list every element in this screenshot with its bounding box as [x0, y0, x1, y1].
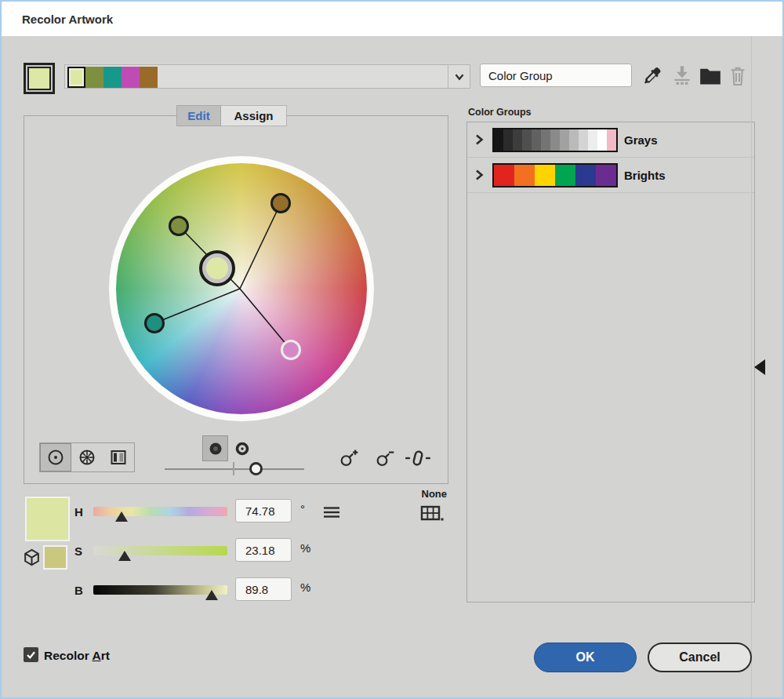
eyedropper-icon [641, 65, 662, 86]
wheel-brightness-slider-tick [233, 462, 234, 475]
save-color-group-button[interactable] [670, 64, 695, 86]
smooth-wheel-icon [46, 448, 65, 467]
color-wheel-desaturation-overlay [116, 163, 367, 414]
harmony-dropdown-button[interactable] [448, 65, 470, 88]
limit-colors-to-swatch-library-button[interactable] [419, 504, 445, 524]
color-groups-list: Grays Brights [466, 122, 755, 603]
color-bars-button[interactable] [103, 443, 134, 471]
check-icon [25, 649, 37, 661]
current-color-large-swatch [25, 497, 70, 541]
active-color-strip [65, 65, 158, 88]
edit-assign-tabs: Edit Assign [176, 105, 287, 126]
harmony-colors-dropdown[interactable] [64, 64, 470, 89]
remove-color-icon [374, 446, 396, 468]
dialog-titlebar[interactable]: Recolor Artwork [2, 2, 782, 36]
hue-label: H [74, 505, 83, 519]
color-swatch [569, 129, 579, 151]
add-color-tool-button[interactable] [337, 446, 361, 469]
saturation-slider-track[interactable] [93, 546, 227, 555]
ok-button[interactable]: OK [534, 643, 637, 672]
color-swatch [555, 165, 575, 186]
color-swatch [596, 165, 616, 186]
chevron-right-icon [474, 133, 485, 147]
color-swatch [560, 129, 569, 151]
hsb-mode-menu-button[interactable] [321, 504, 342, 521]
hue-value-input[interactable] [235, 499, 292, 522]
save-changes-icon [671, 65, 693, 86]
color-group-row-brights[interactable]: Brights [467, 158, 754, 193]
menu-icon [323, 506, 340, 519]
eyedropper-button[interactable] [640, 63, 663, 88]
chevron-down-icon [452, 69, 467, 85]
color-swatch [103, 67, 122, 88]
hue-slider-handle[interactable] [115, 512, 128, 522]
color-swatch [503, 129, 513, 151]
folder-icon [699, 67, 721, 86]
hue-unit: ° [300, 502, 305, 515]
link-harmony-colors-button[interactable] [403, 447, 433, 469]
color-swatch [579, 129, 588, 151]
tab-assign[interactable]: Assign [221, 105, 287, 126]
color-group-name-input[interactable] [480, 64, 632, 87]
color-swatch [541, 129, 550, 151]
color-swatch [607, 129, 616, 151]
wheel-brightness-slider-handle[interactable] [249, 462, 263, 475]
brightness-unit: % [300, 581, 310, 594]
get-colors-from-art-button[interactable] [24, 63, 55, 94]
color-swatch [122, 67, 140, 88]
delete-color-group-button[interactable] [728, 64, 748, 86]
swatch-library-grid-icon [419, 504, 445, 523]
color-swatch [140, 67, 158, 88]
segmented-color-wheel-button[interactable] [71, 443, 103, 471]
in-gamut-color-swatch[interactable] [43, 545, 67, 570]
color-swatch [597, 129, 607, 151]
chevron-right-icon [474, 168, 485, 182]
show-saturation-and-hue-button[interactable] [202, 435, 228, 461]
recolor-artwork-dialog: Recolor Artwork [0, 0, 784, 699]
hue-slider-track[interactable] [93, 507, 227, 516]
wheel-handle-olive[interactable] [169, 216, 189, 236]
wheel-handle-brown[interactable] [270, 193, 291, 213]
color-bars-icon [109, 448, 128, 467]
wheel-handle-pink[interactable] [281, 340, 301, 360]
wheel-view-buttons [39, 442, 135, 472]
dialog-body: Edit Assign [2, 36, 782, 697]
color-group-row-grays[interactable]: Grays [467, 122, 754, 158]
new-color-group-button[interactable] [699, 66, 722, 86]
wheel-handle-base-color[interactable] [199, 250, 235, 286]
tab-edit[interactable]: Edit [176, 105, 221, 126]
remove-color-tool-button[interactable] [373, 446, 397, 469]
saturation-slider-handle[interactable] [118, 551, 131, 561]
swatch-library-status: None [409, 488, 447, 500]
cancel-button[interactable]: Cancel [648, 643, 752, 672]
color-swatch [535, 165, 555, 186]
current-color-swatch [27, 67, 51, 90]
collapse-panel-arrow[interactable] [754, 359, 765, 375]
brightness-value-input[interactable] [235, 577, 292, 601]
color-swatch [514, 165, 535, 186]
color-swatch [588, 129, 597, 151]
add-color-icon [338, 446, 360, 468]
saturation-value-input[interactable] [235, 538, 292, 562]
dialog-title: Recolor Artwork [22, 13, 113, 26]
wheel-handle-teal[interactable] [144, 313, 165, 333]
brightness-slider-handle[interactable] [205, 590, 218, 600]
color-swatch [550, 129, 560, 151]
panel-edge-divider [751, 36, 752, 697]
color-swatch [522, 129, 532, 151]
filled-circle-icon [207, 440, 224, 457]
brightness-label: B [74, 584, 83, 597]
ring-circle-icon [234, 440, 251, 457]
saturation-unit: % [300, 541, 310, 555]
color-swatch [513, 129, 522, 151]
show-brightness-and-hue-button[interactable] [229, 435, 255, 461]
wheel-brightness-slider-track[interactable] [165, 468, 304, 470]
color-swatch [67, 67, 85, 88]
recolor-art-checkbox[interactable] [24, 647, 38, 662]
trash-icon [728, 65, 747, 86]
group-name-brights: Brights [624, 169, 666, 182]
smooth-color-wheel-button[interactable] [40, 443, 71, 471]
out-of-gamut-warning[interactable] [22, 548, 42, 567]
segmented-wheel-icon [78, 448, 96, 467]
saturation-label: S [74, 544, 82, 558]
